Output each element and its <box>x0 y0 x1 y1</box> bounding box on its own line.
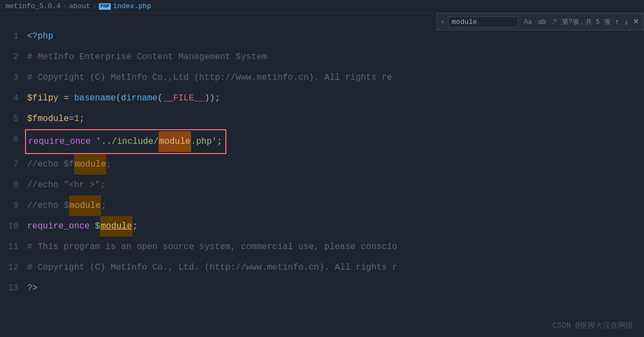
search-input[interactable] <box>448 16 519 28</box>
token: ?> <box>27 278 37 298</box>
line-number-11: 11 <box>0 237 27 257</box>
breadcrumb: metinfo_5.0.4 › about › PHP index.php <box>0 0 644 13</box>
token: ( <box>116 88 121 109</box>
token: require_once <box>28 131 91 152</box>
line-number-3: 3 <box>0 67 27 88</box>
code-line-9: 9 //echo $module; <box>0 195 644 216</box>
search-match-token: module <box>100 216 132 237</box>
code-line-10: 10 require_once $module; <box>0 216 644 237</box>
code-line-8: 8 //echo "<hr >"; <box>0 175 644 195</box>
token: //echo $f <box>27 154 74 175</box>
line-number-6: 6 <box>0 129 27 150</box>
search-navigation: ↑ ↓ × <box>614 17 640 27</box>
code-line-13: 13 ?> <box>0 278 644 298</box>
line-number-1: 1 <box>0 26 27 47</box>
line-number-9: 9 <box>0 195 27 216</box>
watermark: CSDN @抠脚大汉在网络 <box>553 321 633 330</box>
line-content-2: # MetInfo Enterprise Content Management … <box>27 47 644 67</box>
code-line-11: 11 # This program is an open source syst… <box>0 237 644 257</box>
line-number-7: 7 <box>0 154 27 175</box>
token: //echo $ <box>27 195 69 216</box>
token: ( <box>157 88 163 109</box>
search-close-button[interactable]: × <box>632 17 640 27</box>
php-file-icon: PHP <box>99 3 111 10</box>
line-6-highlight-box: require_once '../include/module.php'; <box>25 129 226 154</box>
token: $filpy <box>27 88 59 109</box>
line-content-13: ?> <box>27 278 644 298</box>
code-line-6: 6 require_once '../include/module.php'; <box>0 129 644 154</box>
token: # Copyright (C) MetInfo Co.,Ltd (http://… <box>27 67 392 88</box>
line-number-8: 8 <box>0 175 27 195</box>
token: $ <box>90 216 100 237</box>
line-number-5: 5 <box>0 109 27 129</box>
token: __FILE__ <box>163 88 205 109</box>
line-number-4: 4 <box>0 88 27 109</box>
search-regex-button[interactable]: .* <box>550 17 559 27</box>
token: require_once <box>27 216 90 237</box>
breadcrumb-path1: metinfo_5.0.4 <box>5 2 60 10</box>
code-line-7: 7 //echo $fmodule; <box>0 154 644 175</box>
token: = <box>59 88 74 109</box>
token: <?php <box>27 26 53 47</box>
token: //echo "<hr >"; <box>27 175 105 195</box>
token: # MetInfo Enterprise Content Management … <box>27 47 267 67</box>
token: '../include/ <box>96 131 159 152</box>
line-number-12: 12 <box>0 257 27 278</box>
line-content-5: $fmodule = 1 ; <box>27 109 644 129</box>
token: $fmodule <box>27 109 69 129</box>
token <box>91 131 96 152</box>
token: # This program is an open source system,… <box>27 237 397 257</box>
line-number-13: 13 <box>0 278 27 298</box>
code-editor: 1 <?php 2 # MetInfo Enterprise Content M… <box>0 26 644 337</box>
search-match-token: module <box>69 195 102 216</box>
breadcrumb-sep2: › <box>92 2 97 10</box>
token: basename <box>74 88 116 109</box>
breadcrumb-path2: about <box>69 2 90 10</box>
line-content-4: $filpy = basename ( dirname ( __FILE__ )… <box>27 88 644 109</box>
token: # Copyright (C) MetInfo Co., Ltd. (http:… <box>27 257 397 278</box>
line-content-11: # This program is an open source system,… <box>27 237 644 257</box>
line-content-12: # Copyright (C) MetInfo Co., Ltd. (http:… <box>27 257 644 278</box>
search-chevron-icon: › <box>440 18 445 26</box>
search-match-token: module <box>74 154 106 175</box>
token: = <box>69 109 74 129</box>
token: )); <box>204 88 220 109</box>
search-options: Aa ab .* <box>522 17 559 27</box>
code-line-3: 3 # Copyright (C) MetInfo Co.,Ltd (http:… <box>0 67 644 88</box>
search-match-token: module <box>159 131 191 152</box>
line-number-2: 2 <box>0 47 27 67</box>
search-case-sensitive-button[interactable]: Aa <box>522 17 534 27</box>
search-count: 第?项，共 5 项 <box>562 17 610 27</box>
code-line-5: 5 $fmodule = 1 ; <box>0 109 644 129</box>
token: ; <box>79 109 85 129</box>
token: 1 <box>74 109 79 129</box>
search-whole-word-button[interactable]: ab <box>536 17 547 27</box>
token: dirname <box>121 88 157 109</box>
line-content-3: # Copyright (C) MetInfo Co.,Ltd (http://… <box>27 67 644 88</box>
line-content-10: require_once $module; <box>27 216 644 237</box>
line-content-7: //echo $fmodule; <box>27 154 644 175</box>
line-content-8: //echo "<hr >"; <box>27 175 644 195</box>
token: ; <box>106 154 112 175</box>
search-next-button[interactable]: ↓ <box>623 17 630 27</box>
search-prev-button[interactable]: ↑ <box>614 17 621 27</box>
code-line-4: 4 $filpy = basename ( dirname ( __FILE__… <box>0 88 644 109</box>
token: .php'; <box>191 131 223 152</box>
breadcrumb-sep1: › <box>62 2 67 10</box>
token: ; <box>132 216 138 237</box>
line-number-10: 10 <box>0 216 27 237</box>
line-content-9: //echo $module; <box>27 195 644 216</box>
token: ; <box>101 195 106 216</box>
code-line-12: 12 # Copyright (C) MetInfo Co., Ltd. (ht… <box>0 257 644 278</box>
search-bar: › Aa ab .* 第?项，共 5 项 ↑ ↓ × <box>437 13 644 30</box>
breadcrumb-current: index.php <box>113 2 151 10</box>
code-line-2: 2 # MetInfo Enterprise Content Managemen… <box>0 47 644 67</box>
line-content-6: require_once '../include/module.php'; <box>27 129 644 154</box>
